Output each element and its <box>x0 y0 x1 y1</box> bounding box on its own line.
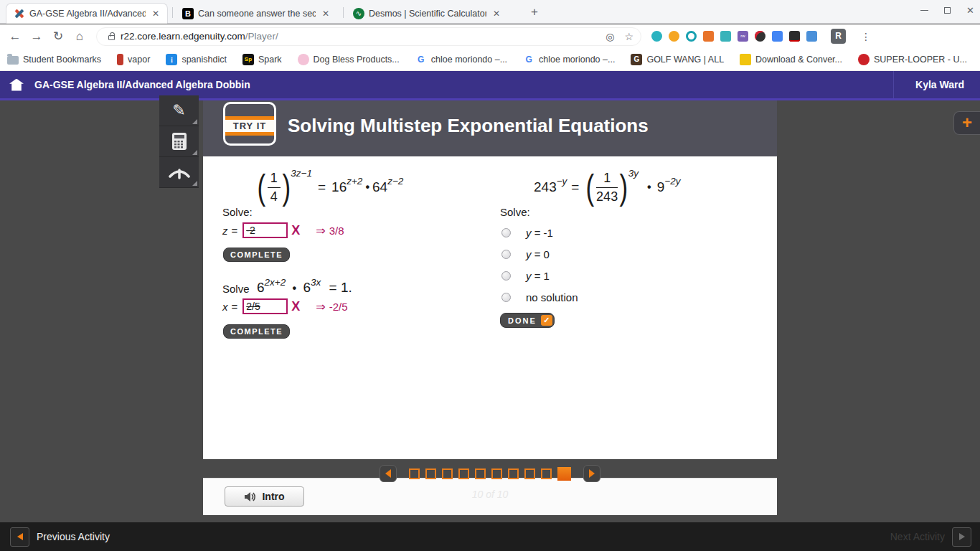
maximize-icon[interactable] <box>944 7 951 14</box>
radio-button[interactable] <box>501 293 511 302</box>
forward-icon[interactable]: → <box>26 29 47 44</box>
extension-icon-5[interactable] <box>720 31 731 42</box>
minimize-icon[interactable] <box>920 10 928 11</box>
done-button[interactable]: DONE ✓ <box>500 313 555 328</box>
user-name: Kyla Ward <box>893 71 980 98</box>
page-square[interactable] <box>409 468 420 479</box>
extension-icon-7[interactable] <box>755 31 765 42</box>
base: 9 <box>657 179 665 195</box>
radio-button[interactable] <box>501 271 511 281</box>
page-square[interactable] <box>541 468 552 479</box>
profile-avatar[interactable]: R <box>831 29 846 44</box>
address-bar[interactable]: r22.core.learn.edgenuity.com/Player/ ◎ ☆ <box>96 27 641 46</box>
extension-icon-10[interactable] <box>806 31 817 42</box>
page-square-active[interactable] <box>557 467 571 481</box>
browser-toolbar: ← → ↻ ⌂ r22.core.learn.edgenuity.com/Pla… <box>0 24 980 48</box>
lock-icon[interactable] <box>108 35 115 40</box>
bookmark-vapor[interactable]: vapor <box>117 54 150 65</box>
page-square[interactable] <box>508 468 519 479</box>
page-prev-button[interactable] <box>380 465 397 482</box>
bookmark-student-bookmarks[interactable]: Student Bookmarks <box>7 55 101 65</box>
page-square[interactable] <box>524 468 535 479</box>
back-icon[interactable]: ← <box>4 29 26 44</box>
close-icon[interactable]: ✕ <box>966 6 974 15</box>
collapse-tool-button[interactable] <box>159 157 199 188</box>
left-paren: ( <box>586 169 595 205</box>
tab-close-icon[interactable]: ✕ <box>150 9 161 19</box>
base: 6 <box>257 280 265 295</box>
next-activity-label: Next Activity <box>890 531 945 542</box>
page-square[interactable] <box>425 468 436 479</box>
calculator-icon <box>171 132 188 151</box>
next-activity-button[interactable] <box>952 527 971 547</box>
complete-button-1[interactable]: COMPLETE <box>223 248 290 262</box>
new-tab-button[interactable]: + <box>531 5 538 19</box>
badge-stripe <box>225 132 274 136</box>
right-paren: ) <box>282 169 291 205</box>
extension-icon-4[interactable] <box>703 31 714 42</box>
bookmark-download-conver[interactable]: Download & Conver... <box>740 54 842 65</box>
option-row-4: no solution <box>501 291 578 303</box>
bookmark-star-icon[interactable]: ☆ <box>624 31 633 42</box>
answer-input-x[interactable]: 2/5 <box>242 298 288 314</box>
home-icon[interactable]: ⌂ <box>69 29 90 44</box>
tab-separator <box>343 7 344 18</box>
extension-icon-1[interactable] <box>651 31 662 42</box>
bookmark-spark[interactable]: SpSpark <box>242 54 282 65</box>
bookmark-golf-wang[interactable]: GGOLF WANG | ALL <box>631 54 724 65</box>
multiply-dot: • <box>644 181 654 194</box>
lesson-title: Solving Multistep Exponential Equations <box>288 115 649 137</box>
base: 16 <box>331 179 347 195</box>
tab-edgenuity[interactable]: GA-GSE Algebra II/Advanced Alg ✕ <box>6 3 168 24</box>
music-folder-icon <box>740 54 751 65</box>
equals-sign: = <box>571 179 579 195</box>
equation-2: 62x+2 • 63x = 1. <box>257 280 352 296</box>
fraction-numerator: 1 <box>596 171 618 188</box>
flower-icon <box>298 54 309 65</box>
radio-button[interactable] <box>501 250 511 259</box>
extension-icon-8[interactable] <box>772 31 783 42</box>
brainly-icon: B <box>182 8 194 19</box>
tab-desmos[interactable]: ∿ Desmos | Scientific Calculator ✕ <box>346 3 508 24</box>
calculator-tool-button[interactable] <box>159 126 199 157</box>
bookmark-spanishdict[interactable]: ¡spanishdict <box>166 54 227 65</box>
extension-icon-3[interactable] <box>686 31 697 42</box>
folder-icon <box>7 56 19 65</box>
extension-icon-9[interactable] <box>789 31 800 42</box>
google-g-icon: G <box>523 54 534 65</box>
tab-close-icon[interactable]: ✕ <box>320 9 331 19</box>
tab-close-icon[interactable]: ✕ <box>491 9 502 19</box>
extension-icon-2[interactable] <box>669 31 679 42</box>
complete-button-2[interactable]: COMPLETE <box>223 324 290 339</box>
correct-answer: ⇒3/8 <box>316 224 344 237</box>
solve-label: Solve: <box>222 206 253 218</box>
extensions-row: rw R ⋮ <box>651 29 878 44</box>
badge-label: TRY IT <box>225 120 274 132</box>
bookmark-chloe-2[interactable]: Gchloe moriondo –... <box>523 54 615 65</box>
answer-input-z[interactable]: -2 <box>242 222 288 238</box>
red-circle-icon <box>858 54 870 65</box>
tab-separator <box>172 7 173 18</box>
page-square[interactable] <box>491 468 502 479</box>
previous-activity-button[interactable] <box>10 527 29 547</box>
glossary-plus-tab[interactable]: + <box>953 111 980 135</box>
lms-home-icon[interactable] <box>9 79 24 91</box>
page-square[interactable] <box>442 468 453 479</box>
refresh-icon[interactable]: ↻ <box>47 29 69 44</box>
radio-button[interactable] <box>501 228 511 237</box>
highlighter-tool-button[interactable]: ✎ <box>159 95 199 126</box>
browser-menu-icon[interactable]: ⋮ <box>861 31 871 42</box>
equals-sign: = <box>232 225 238 237</box>
tab-brainly[interactable]: B Can someone answer the secon ✕ <box>175 3 337 24</box>
page-next-button[interactable] <box>583 465 600 482</box>
tracker-shield-icon[interactable]: ◎ <box>606 31 614 42</box>
page-square[interactable] <box>458 468 469 479</box>
golf-wang-icon: G <box>631 54 642 65</box>
extension-icon-6[interactable]: rw <box>738 31 748 42</box>
page-square[interactable] <box>475 468 486 479</box>
bookmark-dog-bless[interactable]: Dog Bless Products... <box>298 54 400 65</box>
bookmark-super-looper[interactable]: SUPER-LOOPER - U... <box>858 54 967 65</box>
option-row-3: y = 1 <box>501 270 550 282</box>
pagination <box>0 465 980 482</box>
bookmark-chloe-1[interactable]: Gchloe moriondo –... <box>415 54 507 65</box>
